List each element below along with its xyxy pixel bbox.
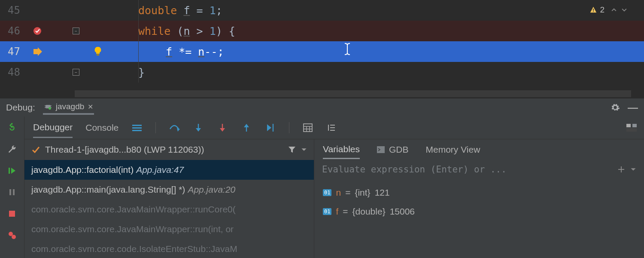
editor-gutter[interactable]: 4546−4748− — [0, 0, 82, 90]
gear-icon[interactable] — [611, 103, 620, 112]
close-icon[interactable]: ✕ — [88, 103, 93, 111]
svg-point-9 — [49, 107, 51, 110]
primitive-badge-icon: 01 — [323, 208, 331, 215]
resume-icon[interactable] — [7, 166, 17, 176]
line-number[interactable]: 46 — [0, 25, 33, 37]
debug-toolbar: Debugger Console — [24, 117, 644, 139]
debug-left-toolbar — [0, 117, 24, 258]
check-icon — [31, 145, 40, 154]
execution-pointer-icon — [33, 47, 43, 56]
horizontal-scrollbar[interactable] — [75, 90, 631, 97]
history-caret-icon[interactable] — [630, 166, 636, 172]
debug-tool-window: Debug: javagdb ✕ — — [0, 98, 644, 258]
run-to-cursor-icon[interactable] — [265, 122, 276, 133]
code-line[interactable]: while (n > 1) { — [82, 21, 644, 41]
fold-handle-icon[interactable]: − — [73, 69, 79, 76]
tab-debugger[interactable]: Debugger — [33, 118, 73, 138]
code-line[interactable]: f *= n--; — [82, 41, 644, 62]
svg-rect-3 — [97, 54, 99, 55]
tab-memory-view[interactable]: Memory View — [426, 141, 480, 158]
code-line[interactable]: double f = 1; — [82, 0, 644, 21]
step-out-icon[interactable] — [241, 122, 252, 133]
tab-variables[interactable]: Variables — [323, 141, 360, 159]
svg-rect-32 — [626, 124, 631, 127]
svg-point-2 — [33, 27, 41, 35]
pause-icon[interactable] — [7, 187, 17, 197]
frames-panel: Thread-1-[javagdb...b80 (LWP 112063)) ja… — [24, 139, 314, 258]
stack-frames-list[interactable]: javagdb.App::factorial(int) App.java:47j… — [24, 160, 314, 258]
variable-row[interactable]: 01f={double}15006 — [323, 202, 635, 221]
rerun-icon[interactable] — [7, 123, 17, 133]
svg-rect-17 — [132, 127, 142, 129]
layout-settings-icon[interactable] — [626, 122, 637, 133]
svg-rect-12 — [13, 189, 15, 195]
tab-console[interactable]: Console — [85, 118, 118, 137]
svg-point-15 — [12, 235, 16, 239]
debug-config-tab[interactable]: javagdb ✕ — [43, 100, 94, 115]
svg-rect-13 — [9, 211, 15, 217]
breakpoints-icon[interactable] — [7, 230, 17, 240]
code-editor[interactable]: 2 4546−4748− double f = 1;while (n > 1) … — [0, 0, 644, 90]
evaluate-expression-icon[interactable] — [302, 122, 313, 133]
breakpoint-icon[interactable] — [33, 26, 42, 36]
minimize-icon[interactable]: — — [628, 101, 638, 114]
add-watch-icon[interactable] — [617, 166, 625, 173]
variables-list[interactable]: 01n={int}12101f={double}15006 — [314, 179, 644, 225]
text-cursor-icon — [343, 43, 351, 55]
svg-rect-11 — [9, 189, 11, 195]
step-into-icon[interactable] — [193, 122, 204, 133]
step-over-icon[interactable] — [169, 122, 180, 133]
line-number[interactable]: 45 — [0, 4, 33, 16]
svg-rect-33 — [632, 124, 637, 127]
tab-gdb[interactable]: GDB — [377, 141, 409, 158]
dropdown-caret-icon[interactable] — [301, 147, 307, 153]
debug-panel-title: Debug: — [6, 102, 35, 113]
svg-rect-16 — [132, 125, 142, 126]
svg-rect-10 — [9, 168, 10, 174]
primitive-badge-icon: 01 — [323, 189, 331, 196]
svg-rect-35 — [377, 146, 385, 153]
threads-icon[interactable] — [131, 122, 143, 133]
variable-row[interactable]: 01n={int}121 — [323, 183, 635, 202]
svg-rect-18 — [132, 130, 142, 131]
line-number[interactable]: 47 — [0, 46, 33, 58]
line-number[interactable]: 48 — [0, 66, 33, 78]
filter-icon[interactable] — [288, 146, 296, 154]
fold-handle-icon[interactable]: − — [73, 28, 79, 34]
stack-frame[interactable]: com.oracle.svm.core.JavaMainWrapper::run… — [24, 200, 314, 219]
debug-header: Debug: javagdb ✕ — — [0, 98, 644, 117]
code-line[interactable]: } — [82, 62, 644, 83]
code-area[interactable]: double f = 1;while (n > 1) {f *= n--;} — [82, 0, 644, 90]
stack-frame[interactable]: javagdb.App::factorial(int) App.java:47 — [24, 160, 314, 180]
svg-rect-23 — [304, 124, 312, 132]
intention-bulb-icon[interactable] — [94, 46, 102, 57]
stack-frame[interactable]: com.oracle.svm.core.JavaMainWrapper::run… — [24, 219, 314, 239]
svg-rect-34 — [626, 128, 637, 132]
trace-icon[interactable] — [326, 122, 337, 133]
wrench-icon[interactable] — [7, 144, 17, 154]
stop-icon[interactable] — [7, 209, 17, 219]
variables-panel: Variables GDB Memory View Evaluate expre… — [314, 139, 644, 258]
thread-selector[interactable]: Thread-1-[javagdb...b80 (LWP 112063)) — [24, 139, 314, 160]
evaluate-expression-input[interactable]: Evaluate expression (Enter) or ... — [314, 160, 644, 179]
force-step-into-icon[interactable] — [217, 122, 228, 133]
thread-label: Thread-1-[javagdb...b80 (LWP 112063)) — [45, 144, 283, 155]
stack-frame[interactable]: com.oracle.svm.core.code.IsolateEnterStu… — [24, 239, 314, 258]
bug-icon — [44, 102, 52, 111]
terminal-icon — [377, 146, 385, 153]
stack-frame[interactable]: javagdb.App::main(java.lang.String[] *) … — [24, 180, 314, 200]
